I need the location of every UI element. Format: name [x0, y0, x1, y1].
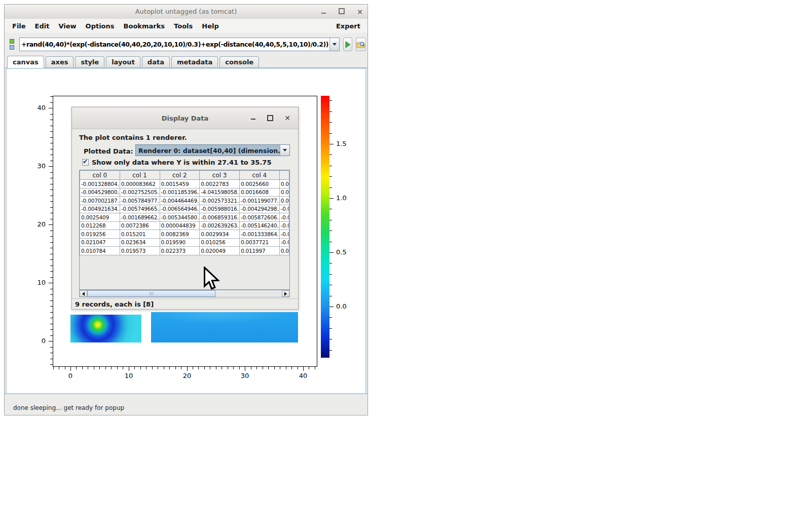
table-cell[interactable]: 0.0022783 [200, 180, 240, 188]
desktop: Autoplot untagged (as tomcat) × FileEdit… [0, 0, 811, 532]
table-cell[interactable]: 0.0025409 [80, 213, 120, 222]
table-cell[interactable]: -0.0 [279, 213, 289, 222]
table-cell[interactable]: -0.0 [279, 238, 289, 247]
table-cell[interactable]: -0.005344580... [160, 213, 200, 222]
table-cell[interactable]: -0.004529800... [80, 188, 120, 197]
table-row[interactable]: -0.004921634...-0.005749665...-0.0065649… [80, 205, 289, 213]
table-row[interactable]: 0.0107840.0195730.0223730.0200490.011997… [80, 247, 289, 255]
column-header[interactable]: col 4 [240, 171, 280, 180]
plotted-data-dropdown-button[interactable] [280, 145, 289, 156]
scroll-right-button[interactable] [282, 290, 289, 297]
colorbar-tick [329, 350, 332, 351]
table-cell[interactable]: -0.004294298... [240, 205, 280, 213]
table-cell[interactable]: -0.006859316... [200, 213, 240, 222]
data-table-viewport[interactable]: col 0col 1col 2col 3col 4 -0.001328804..… [79, 170, 290, 290]
table-cell[interactable]: 0.015201 [120, 230, 160, 239]
table-cell[interactable]: 0.023634 [120, 238, 160, 247]
table-cell[interactable]: 0.019590 [160, 238, 200, 247]
dialog-close-button[interactable]: ✕ [284, 115, 291, 122]
table-cell[interactable]: 0.019256 [80, 230, 120, 239]
arrow-right-icon [284, 292, 287, 296]
scroll-left-button[interactable] [80, 290, 87, 297]
table-cell[interactable]: 0.021047 [80, 238, 120, 247]
table-cell[interactable]: -0.0 [279, 230, 289, 239]
table-cell[interactable]: 0.00 [279, 197, 289, 205]
table-cell[interactable]: 0.012268 [80, 221, 120, 230]
x-axis-tick [286, 367, 286, 369]
table-cell[interactable]: 0.010784 [80, 247, 120, 255]
heatmap-strip-left [70, 315, 141, 343]
table-cell[interactable]: 0.0025660 [240, 180, 280, 188]
x-axis-tick [198, 367, 199, 369]
table-cell[interactable]: -0.006564946... [160, 205, 200, 213]
table-row[interactable]: -0.001328804...0.0000836620.00154590.002… [80, 180, 289, 188]
table-cell[interactable]: -0.001328804... [80, 180, 120, 188]
y-axis-tick-label: 10 [28, 279, 46, 286]
dialog-minimize-button[interactable] [249, 115, 256, 122]
table-cell[interactable]: -0.001689662... [120, 213, 160, 222]
x-axis-tick [216, 367, 216, 369]
table-cell[interactable]: 0.0037721 [240, 238, 280, 247]
table-cell[interactable]: 0.0072386 [120, 221, 160, 230]
table-cell[interactable]: -0.002639263... [200, 221, 240, 230]
table-cell[interactable]: -0.002752505... [120, 188, 160, 197]
column-header[interactable]: col 0 [80, 171, 120, 180]
close-icon: ✕ [284, 115, 290, 122]
table-cell[interactable]: -0.005872606... [240, 213, 280, 222]
table-cell[interactable]: 0.011997 [240, 247, 280, 255]
scrollbar-thumb[interactable] [87, 290, 215, 297]
table-cell[interactable]: -0.001185396... [160, 188, 200, 197]
dialog-titlebar[interactable]: Display Data ✕ [72, 107, 298, 129]
x-axis-tick [88, 367, 88, 369]
table-cell[interactable]: 0.00 [279, 188, 289, 197]
data-table: col 0col 1col 2col 3col 4 -0.001328804..… [80, 170, 289, 255]
table-cell[interactable]: 0.000044839 [160, 221, 200, 230]
table-cell[interactable]: 0.0015459 [160, 180, 200, 188]
table-cell[interactable]: -0.002573321... [200, 197, 240, 205]
table-cell[interactable]: -0.005784977... [120, 197, 160, 205]
y-filter-checkbox[interactable]: ✔ [82, 159, 89, 166]
column-header[interactable]: col 2 [160, 171, 200, 180]
colorbar[interactable] [321, 96, 329, 358]
table-cell[interactable]: 0.010256 [200, 238, 240, 247]
table-cell[interactable]: 0.0016608 [240, 188, 280, 197]
x-axis-tick [140, 367, 141, 369]
colorbar-tick [329, 187, 332, 188]
table-row[interactable]: -0.004529800...-0.002752505...-0.0011853… [80, 188, 289, 197]
column-header[interactable] [279, 171, 289, 180]
table-cell[interactable]: 0.000083662 [120, 180, 160, 188]
table-cell[interactable]: -0.001333864... [240, 230, 280, 239]
table-row[interactable]: 0.0122680.00723860.000044839-0.002639263… [80, 221, 289, 230]
table-cell[interactable]: 0.0029934 [200, 230, 240, 239]
y-axis-tick [50, 137, 53, 138]
table-cell[interactable]: -4.041598058... [200, 188, 240, 197]
y-axis-tick [49, 341, 53, 341]
table-cell[interactable]: 0.020049 [200, 247, 240, 255]
table-cell[interactable]: -0.005749665... [120, 205, 160, 213]
table-cell[interactable]: -0.007002187... [80, 197, 120, 205]
dialog-maximize-button[interactable] [267, 115, 274, 122]
table-cell[interactable]: -0.005146240... [240, 221, 280, 230]
table-row[interactable]: -0.007002187...-0.005784977...-0.0044644… [80, 197, 289, 205]
table-cell[interactable]: -0.0 [279, 221, 289, 230]
table-row[interactable]: 0.0210470.0236340.0195900.0102560.003772… [80, 238, 289, 247]
table-cell[interactable]: 0.019573 [120, 247, 160, 255]
table-row[interactable]: 0.0025409-0.001689662...-0.005344580...-… [80, 213, 289, 222]
column-header[interactable]: col 1 [120, 171, 160, 180]
table-cell[interactable]: 0.00 [279, 247, 289, 255]
plotted-data-combobox[interactable]: Renderer 0: dataset[40,40] (dimension... [135, 144, 290, 156]
table-cell[interactable]: -0.001199077... [240, 197, 280, 205]
table-cell[interactable]: -0.005988016... [200, 205, 240, 213]
table-cell[interactable]: -0.0 [279, 205, 289, 213]
x-axis-tick [134, 367, 135, 369]
table-cell[interactable]: 0.022373 [160, 247, 200, 255]
y-axis-tick [50, 289, 53, 289]
table-cell[interactable]: -0.004921634... [80, 205, 120, 213]
table-cell[interactable]: 0.00 [279, 180, 289, 188]
table-cell[interactable]: 0.0082369 [160, 230, 200, 239]
table-cell[interactable]: -0.004464469... [160, 197, 200, 205]
table-horizontal-scrollbar[interactable] [79, 290, 290, 297]
table-row[interactable]: 0.0192560.0152010.00823690.0029934-0.001… [80, 230, 289, 239]
column-header[interactable]: col 3 [200, 171, 240, 180]
scrollbar-track[interactable] [87, 290, 282, 297]
